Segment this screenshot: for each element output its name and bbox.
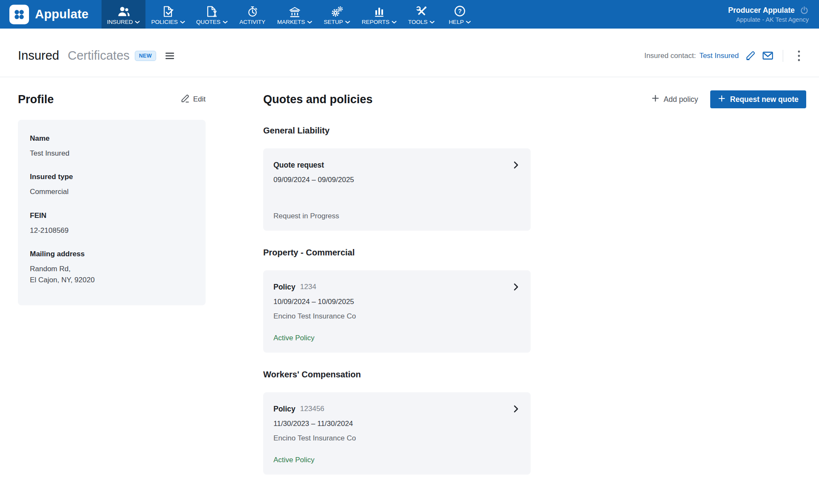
nav-item-tools[interactable]: TOOLS (402, 0, 441, 29)
page-header: Insured Certificates NEW Insured contact… (0, 29, 819, 77)
field-label: Mailing address (30, 250, 194, 258)
quotes-column: Quotes and policies Add policy Request n… (263, 77, 806, 475)
card-status: Request in Progress (273, 212, 520, 220)
nav-item-reports[interactable]: REPORTS (356, 0, 402, 29)
request-new-quote-button[interactable]: Request new quote (710, 90, 806, 108)
brand-name: Appulate (35, 7, 89, 21)
profile-field-mailing-address: Mailing address Random Rd, El Cajon, NY,… (30, 250, 194, 286)
new-badge: NEW (135, 51, 156, 61)
quotes-title: Quotes and policies (263, 93, 373, 106)
chevron-down-icon (135, 19, 140, 25)
nav-item-setup[interactable]: SETUP (318, 0, 356, 29)
content-area: Profile Edit Name Test Insured Insured t… (0, 77, 819, 475)
chevron-right-icon[interactable] (511, 160, 520, 170)
user-agency: Appulate - AK Test Agency (736, 16, 809, 23)
nav-label-activity: ACTIVITY (239, 19, 265, 25)
nav-item-policies[interactable]: POLICIES (145, 0, 190, 29)
policy-card-property-commercial[interactable]: Policy 1234 10/09/2024 – 10/09/2025 Enci… (263, 270, 531, 353)
card-title: Policy (273, 283, 296, 292)
quote-document-icon (206, 4, 218, 17)
profile-field-insured-type: Insured type Commercial (30, 173, 194, 197)
user-menu: Producer Appulate Appulate - AK Test Age… (728, 0, 819, 29)
insured-contact-link[interactable]: Test Insured (699, 52, 739, 60)
menu-hamburger-icon[interactable] (165, 51, 175, 61)
gears-icon (331, 4, 343, 17)
top-navbar: Appulate INSURED POLICIES (0, 0, 819, 29)
section-heading-property-commercial: Property - Commercial (263, 248, 806, 258)
nav-label-quotes: QUOTES (196, 19, 221, 25)
tab-certificates[interactable]: Certificates (68, 49, 130, 63)
field-value: 12-2108569 (30, 225, 194, 236)
nav-item-insured[interactable]: INSURED (102, 0, 146, 29)
nav-label-setup: SETUP (324, 19, 343, 25)
card-title: Policy (273, 405, 296, 414)
bar-chart-icon (373, 4, 385, 17)
card-status: Active Policy (273, 334, 520, 342)
profile-field-name: Name Test Insured (30, 134, 194, 159)
field-value: Test Insured (30, 148, 194, 159)
request-new-quote-label: Request new quote (730, 95, 799, 104)
nav-item-help[interactable]: ? HELP (441, 0, 479, 29)
chevron-right-icon[interactable] (511, 282, 520, 292)
stopwatch-icon (247, 4, 258, 17)
card-carrier: Encino Test Insurance Co (273, 434, 520, 443)
profile-column: Profile Edit Name Test Insured Insured t… (18, 77, 206, 475)
chevron-down-icon (345, 19, 350, 25)
card-number: 123456 (300, 405, 325, 413)
edit-profile-button[interactable]: Edit (181, 94, 206, 105)
tools-icon (415, 4, 427, 17)
nav-item-markets[interactable]: MARKETS (272, 0, 318, 29)
plus-icon (651, 94, 659, 104)
profile-field-fein: FEIN 12-2108569 (30, 211, 194, 236)
add-policy-label: Add policy (664, 95, 698, 104)
chevron-down-icon (430, 19, 435, 25)
chevron-down-icon (180, 19, 185, 25)
nav-label-insured: INSURED (107, 19, 133, 25)
section-heading-workers-compensation: Workers' Compensation (263, 370, 806, 379)
nav-label-help: HELP (449, 19, 464, 25)
app-logo[interactable]: Appulate (0, 0, 102, 29)
card-carrier: Encino Test Insurance Co (273, 312, 520, 321)
field-value: El Cajon, NY, 92020 (30, 275, 194, 286)
tab-insured[interactable]: Insured (18, 49, 59, 63)
nav-item-quotes[interactable]: QUOTES (191, 0, 233, 29)
add-policy-button[interactable]: Add policy (651, 94, 698, 104)
card-dates: 09/09/2024 – 09/09/2025 (273, 176, 520, 184)
field-label: Insured type (30, 173, 194, 181)
nav-label-reports: REPORTS (362, 19, 389, 25)
card-status: Active Policy (273, 456, 520, 464)
field-value: Random Rd, (30, 264, 194, 275)
bank-icon (288, 4, 301, 17)
more-options-kebab-icon[interactable] (798, 50, 800, 61)
svg-text:?: ? (458, 8, 462, 14)
power-logout-icon[interactable] (800, 6, 809, 15)
card-dates: 11/30/2023 – 11/30/2024 (273, 420, 520, 428)
chevron-right-icon[interactable] (511, 404, 520, 414)
appulate-clover-icon (9, 5, 29, 24)
profile-title: Profile (18, 93, 54, 106)
nav-label-tools: TOOLS (408, 19, 428, 25)
edit-contact-pencil-icon[interactable] (746, 51, 755, 61)
field-value: Commercial (30, 186, 194, 197)
section-heading-general-liability: General Liability (263, 126, 806, 136)
chevron-down-icon (466, 19, 471, 25)
page-title-tabs: Insured Certificates NEW (18, 49, 175, 63)
policy-card-workers-compensation[interactable]: Policy 123456 11/30/2023 – 11/30/2024 En… (263, 392, 531, 475)
chevron-down-icon (392, 19, 397, 25)
policy-document-icon (162, 4, 174, 17)
field-label: FEIN (30, 211, 194, 220)
insured-contact-row: Insured contact: Test Insured (644, 50, 800, 62)
help-circle-icon: ? (453, 4, 466, 17)
quote-card-general-liability[interactable]: Quote request 09/09/2024 – 09/09/2025 Re… (263, 148, 531, 231)
card-title: Quote request (273, 161, 324, 170)
plus-icon (718, 95, 726, 104)
nav-item-activity[interactable]: ACTIVITY (233, 0, 272, 29)
main-nav: INSURED POLICIES QUOTES (102, 0, 479, 29)
user-name[interactable]: Producer Appulate (728, 6, 795, 15)
email-contact-envelope-icon[interactable] (762, 51, 773, 61)
card-number: 1234 (300, 283, 317, 291)
nav-label-policies: POLICIES (151, 19, 177, 25)
nav-label-markets: MARKETS (277, 19, 305, 25)
divider (783, 50, 783, 62)
pencil-icon (181, 94, 189, 105)
